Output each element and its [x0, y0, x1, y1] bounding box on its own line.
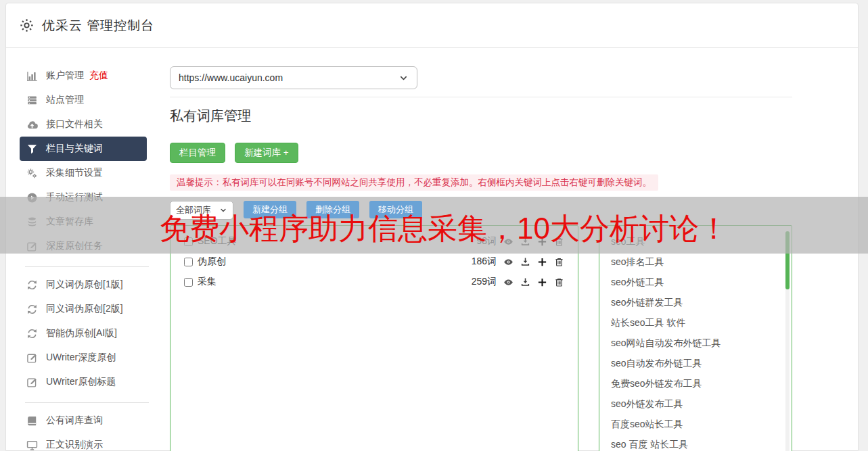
column-manage-button[interactable]: 栏目管理	[170, 143, 225, 163]
page-title: 私有词库管理	[170, 107, 858, 125]
thesaurus-panel: SEO工具 98词 伪原创 186词	[170, 225, 578, 451]
download-icon[interactable]	[520, 257, 530, 267]
app-header: 优采云 管理控制台	[6, 3, 858, 48]
gears-icon	[26, 168, 38, 179]
sidebar-divider	[25, 266, 149, 267]
sidebar-item-label: 站点管理	[46, 94, 84, 106]
server-icon	[26, 95, 38, 106]
sidebar-item-label: 同义词伪原创[1版]	[46, 279, 123, 291]
recharge-link[interactable]: 充值	[89, 70, 108, 82]
app-title: 优采云 管理控制台	[42, 17, 154, 34]
delete-icon[interactable]	[554, 277, 564, 287]
sidebar-item-label: 公有词库查询	[46, 414, 103, 427]
keyword-item[interactable]: seo外链工具	[599, 272, 792, 293]
sidebar-item-label: 接口文件相关	[46, 118, 103, 130]
word-count: 186词	[472, 256, 497, 268]
keyword-item[interactable]: seo外链群发工具	[599, 293, 792, 313]
refresh-icon	[26, 328, 38, 339]
keyword-panel: seo工具 seo排名工具 seo外链工具 seo外链群发工具 站长seo工具 …	[599, 225, 792, 451]
chevron-down-icon	[398, 73, 409, 83]
delete-icon[interactable]	[554, 257, 564, 267]
site-select[interactable]: https://www.ucaiyun.com	[170, 66, 417, 89]
keyword-item[interactable]: 站长seo工具 软件	[599, 313, 792, 333]
new-thesaurus-button[interactable]: 新建词库 +	[235, 143, 298, 163]
site-select-value: https://www.ucaiyun.com	[179, 72, 283, 83]
sidebar-item-label: 采集细节设置	[46, 167, 103, 179]
add-icon[interactable]	[537, 257, 547, 267]
sidebar-item-synonym-rewrite-1[interactable]: 同义词伪原创[1版]	[20, 272, 147, 297]
thesaurus-row: 伪原创 186词	[170, 252, 578, 272]
bar-chart-icon	[26, 70, 38, 82]
row-checkbox[interactable]	[184, 278, 193, 287]
sidebar-item-label: 栏目与关键词	[46, 143, 103, 155]
view-icon[interactable]	[503, 277, 513, 287]
thesaurus-name[interactable]: 采集	[198, 276, 216, 288]
sidebar-item-interface-files[interactable]: 接口文件相关	[20, 112, 147, 137]
monitor-icon	[26, 440, 38, 451]
sidebar-item-synonym-rewrite-2[interactable]: 同义词伪原创[2版]	[20, 297, 147, 321]
list-panels: SEO工具 98词 伪原创 186词	[170, 225, 858, 451]
keyword-item[interactable]: seo自动发布外链工具	[599, 354, 792, 374]
refresh-icon	[26, 279, 38, 291]
sidebar-item-content-recognition-demo[interactable]: 正文识别演示	[20, 433, 147, 451]
keyword-item[interactable]: 免费seo外链发布工具	[599, 374, 792, 394]
sidebar-item-columns-keywords[interactable]: 栏目与关键词	[20, 137, 147, 161]
sidebar-item-uwriter-original-title[interactable]: UWriter原创标题	[20, 370, 147, 394]
add-icon[interactable]	[537, 277, 547, 287]
thesaurus-row: 采集 259词	[170, 272, 578, 292]
row-checkbox[interactable]	[184, 258, 193, 266]
book-icon	[26, 415, 38, 427]
sidebar-item-label: 同义词伪原创[2版]	[46, 303, 123, 315]
cloud-upload-icon	[26, 119, 38, 130]
refresh-icon	[26, 304, 38, 315]
keyword-item[interactable]: seo网站自动发布外链工具	[599, 333, 792, 354]
sidebar-divider	[25, 402, 149, 403]
sidebar-item-label: 智能伪原创[AI版]	[46, 327, 117, 339]
sidebar-item-public-thesaurus-query[interactable]: 公有词库查询	[20, 408, 147, 433]
section-divider	[170, 97, 792, 97]
sidebar-item-label: 账户管理	[46, 70, 84, 82]
keyword-item[interactable]: 百度seo站长工具	[599, 414, 792, 435]
edit-icon	[26, 352, 38, 364]
sidebar-item-label: 正文识别演示	[46, 439, 103, 451]
scrollbar-track[interactable]	[785, 231, 790, 451]
ad-banner-text: 免费小程序助力信息采集，10大分析讨论！	[160, 211, 729, 246]
sidebar-item-collect-settings[interactable]: 采集细节设置	[20, 161, 147, 185]
gear-icon	[20, 18, 34, 32]
action-buttons: 栏目管理 新建词库 +	[170, 143, 858, 163]
sidebar-item-uwriter-deep-original[interactable]: UWriter深度原创	[20, 346, 147, 370]
thesaurus-name[interactable]: 伪原创	[198, 256, 226, 268]
sidebar-item-label: UWriter深度原创	[46, 352, 116, 364]
word-count: 259词	[472, 276, 497, 288]
view-icon[interactable]	[503, 257, 513, 267]
keyword-item[interactable]: seo排名工具	[599, 252, 792, 272]
keyword-item[interactable]: seo外链发布工具	[599, 394, 792, 414]
keyword-item[interactable]: seo 百度 站长工具	[599, 435, 792, 451]
filter-icon	[26, 143, 38, 155]
sidebar-item-site-manage[interactable]: 站点管理	[20, 88, 147, 112]
sidebar-item-label: UWriter原创标题	[46, 376, 116, 388]
sidebar-item-account-manage[interactable]: 账户管理 充值	[20, 64, 147, 88]
download-icon[interactable]	[520, 277, 530, 287]
edit-icon	[26, 377, 38, 388]
sidebar-item-ai-rewrite[interactable]: 智能伪原创[AI版]	[20, 321, 147, 346]
tip-banner: 温馨提示：私有词库可以在同账号不同网站之间共享使用，不必重复添加。右侧框内关键词…	[170, 174, 658, 191]
